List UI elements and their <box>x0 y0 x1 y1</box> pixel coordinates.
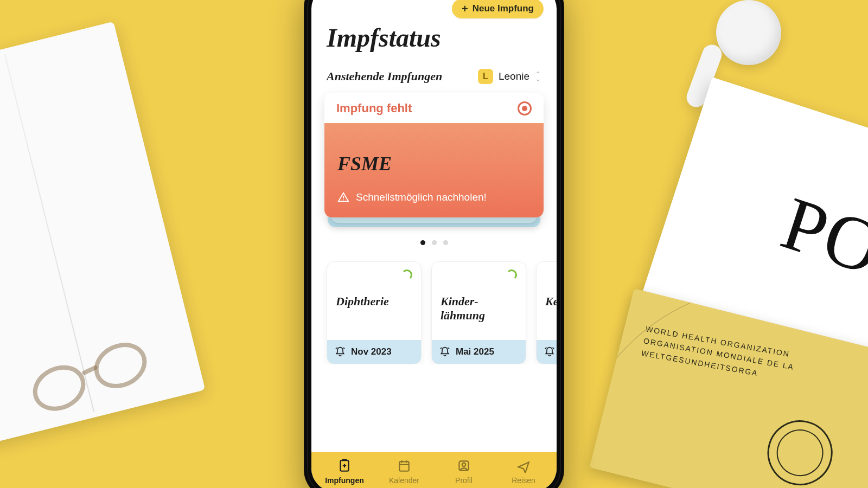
section-title: Anstehende Impfungen <box>327 69 442 84</box>
tab-label: Profil <box>455 476 473 485</box>
alert-triangle-icon <box>337 191 349 203</box>
tab-impfungen[interactable]: Impfungen <box>320 459 369 486</box>
new-vaccination-button[interactable]: + Neue Impfung <box>452 0 544 18</box>
svg-point-5 <box>462 463 466 467</box>
app-screen: + Neue Impfung Impfstatus Anstehende Imp… <box>311 0 557 488</box>
pager-dot[interactable] <box>443 240 448 245</box>
missing-vaccination-card[interactable]: Impfung fehlt FSME Schnellstmöglich nach… <box>324 93 544 217</box>
tab-label: Reisen <box>512 476 535 485</box>
vaccination-card-icon <box>337 459 352 473</box>
profile-initial-badge: L <box>478 69 493 84</box>
profile-icon <box>457 459 471 473</box>
bell-icon <box>439 346 450 357</box>
upcoming-vaccinations-row[interactable]: Diphtherie Nov 2023 Kinder- lähmung <box>311 261 557 364</box>
upcoming-card[interactable]: Kinder- lähmung Mai 2025 <box>431 261 526 364</box>
tab-profil[interactable]: Profil <box>439 459 488 486</box>
svg-rect-3 <box>399 461 409 471</box>
tab-label: Impfungen <box>325 476 364 485</box>
profile-switcher[interactable]: L Leonie ⌃⌄ <box>478 69 541 84</box>
pager-dot[interactable] <box>432 240 437 245</box>
phone-frame: + Neue Impfung Impfstatus Anstehende Imp… <box>304 0 564 488</box>
bell-icon <box>335 346 346 357</box>
profile-name: Leonie <box>499 70 529 82</box>
calendar-icon <box>397 459 411 473</box>
bottom-tab-bar: Impfungen Kalender Profil <box>311 452 557 488</box>
plane-icon <box>516 459 531 473</box>
upcoming-card[interactable]: Diphtherie Nov 2023 <box>327 261 422 364</box>
target-icon <box>518 101 532 115</box>
progress-ring-icon <box>506 269 517 280</box>
upcoming-disease-name: Keuchh <box>537 280 557 340</box>
tab-kalender[interactable]: Kalender <box>380 459 429 486</box>
tab-label: Kalender <box>389 476 419 485</box>
bell-icon <box>544 346 555 357</box>
upcoming-card[interactable]: Keuchh Sept <box>536 261 557 364</box>
upcoming-due-date: Mai 2025 <box>456 346 494 357</box>
upcoming-due-date: Nov 2023 <box>351 346 392 357</box>
upcoming-disease-name: Diphtherie <box>327 280 421 340</box>
magazine-text-2: POT <box>774 184 868 302</box>
svg-point-1 <box>343 200 344 201</box>
updown-chevron-icon: ⌃⌄ <box>535 72 541 81</box>
plus-icon: + <box>462 3 468 14</box>
upcoming-disease-name: Kinder- lähmung <box>432 280 526 340</box>
missing-disease-name: FSME <box>337 152 531 175</box>
page-title: Impfstatus <box>311 18 557 69</box>
missing-status-label: Impfung fehlt <box>336 101 412 115</box>
tab-reisen[interactable]: Reisen <box>499 459 548 486</box>
new-vaccination-label: Neue Impfung <box>473 3 534 14</box>
missing-message: Schnellstmöglich nachholen! <box>356 191 487 203</box>
progress-ring-icon <box>401 269 412 280</box>
pager-dot[interactable] <box>420 240 425 245</box>
